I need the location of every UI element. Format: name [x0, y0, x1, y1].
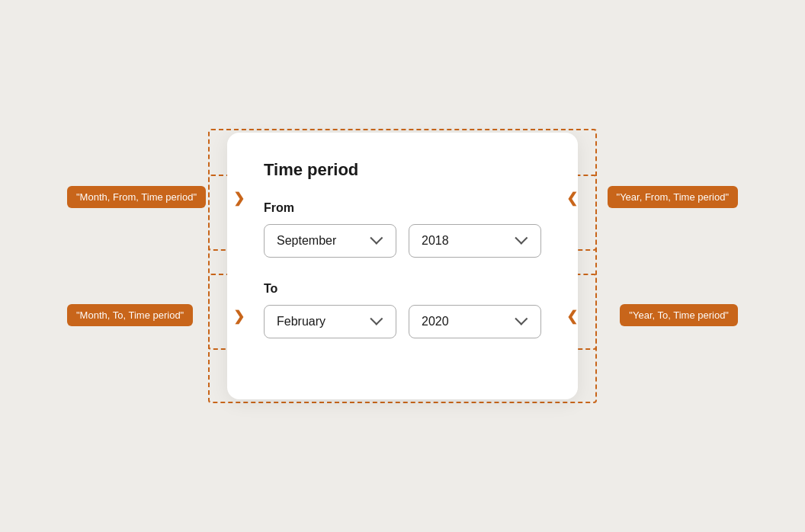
badge-year-to: "Year, To, Time period"	[620, 304, 738, 326]
badge-month-from: "Month, From, Time period"	[67, 186, 206, 208]
to-year-dropdown[interactable]: 2020	[409, 305, 541, 338]
card-title: Time period	[264, 160, 541, 180]
to-section: To February 2020	[264, 282, 541, 338]
from-year-chevron-icon	[515, 234, 528, 248]
arrow-year-to-icon: ❮	[566, 308, 578, 325]
to-year-chevron-icon	[515, 315, 528, 328]
from-year-dropdown[interactable]: 2018	[409, 224, 541, 258]
from-month-value: September	[277, 234, 336, 248]
from-month-chevron-icon	[370, 234, 383, 248]
to-dropdowns-row: February 2020	[264, 305, 541, 338]
to-label: To	[264, 282, 541, 296]
from-label: From	[264, 201, 541, 215]
to-year-value: 2020	[422, 315, 449, 328]
to-month-dropdown[interactable]: February	[264, 305, 396, 338]
badge-month-to: "Month, To, Time period"	[67, 304, 193, 326]
from-month-dropdown[interactable]: September	[264, 224, 396, 258]
to-month-chevron-icon	[370, 315, 383, 328]
badge-year-from: "Year, From, Time period"	[608, 186, 738, 208]
time-period-card: Time period From September 2018 To Febru…	[227, 133, 578, 399]
arrow-month-from-icon: ❯	[233, 190, 245, 207]
arrow-year-from-icon: ❮	[566, 190, 578, 207]
arrow-month-to-icon: ❯	[233, 308, 245, 325]
from-dropdowns-row: September 2018	[264, 224, 541, 258]
to-month-value: February	[277, 315, 326, 328]
from-year-value: 2018	[422, 234, 449, 248]
from-section: From September 2018	[264, 201, 541, 258]
diagram-container: Time period From September 2018 To Febru…	[59, 75, 746, 457]
